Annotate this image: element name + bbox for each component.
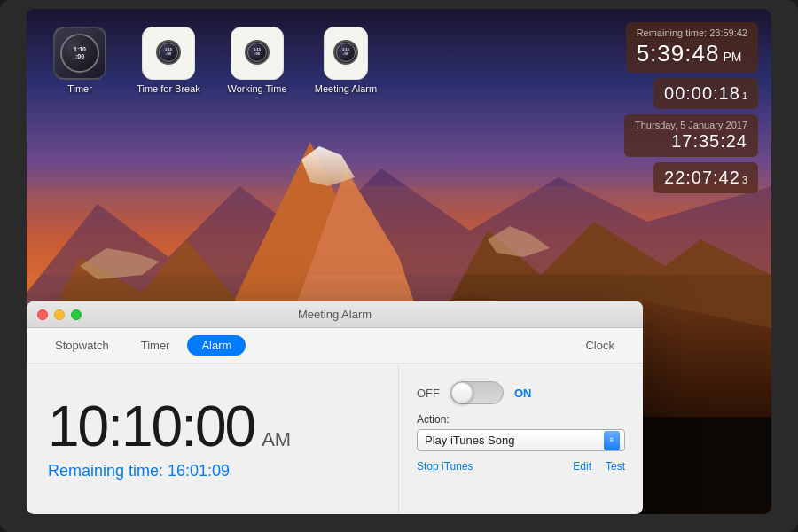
toggle-row: OFF ON <box>417 381 625 404</box>
toggle-on-label: ON <box>514 387 532 400</box>
desktop: 1:10:00 Timer 1:15:00 Time for Break <box>27 9 771 514</box>
test-link[interactable]: Test <box>606 460 625 473</box>
desktop-icon-time-for-break[interactable]: 1:15:00 Time for Break <box>133 27 204 95</box>
time-for-break-icon-label: Time for Break <box>137 83 200 95</box>
meeting-alarm-icon-label: Meeting Alarm <box>315 83 377 95</box>
working-time-icon-label: Working Time <box>227 83 286 95</box>
action-links: Stop iTunes Edit Test <box>417 460 625 473</box>
window-toolbar: Stopwatch Timer Alarm Clock <box>27 328 643 364</box>
maximize-button[interactable] <box>71 309 82 320</box>
action-section: Action: Play iTunes SongPlay SoundShow A… <box>417 413 625 451</box>
widget-main-time: 5:39:48 <box>637 40 720 67</box>
stopwatch-widget-time: 00:00:18 <box>664 83 740 104</box>
desktop-icons: 1:10:00 Timer 1:15:00 Time for Break <box>44 27 381 95</box>
tab-stopwatch[interactable]: Stopwatch <box>41 335 123 356</box>
close-button[interactable] <box>37 309 48 320</box>
meeting-alarm-icon-img: 1:15:00 <box>324 27 368 80</box>
date-clock-time: 17:35:24 <box>671 131 747 151</box>
alarm-time: 10:10:00 <box>48 398 254 455</box>
svg-rect-11 <box>27 186 771 275</box>
timer-icon-label: Timer <box>67 83 92 95</box>
left-panel: 10:10:00 AM Remaining time: 16:01:09 <box>27 364 399 514</box>
minimize-button[interactable] <box>54 309 65 320</box>
action-select[interactable]: Play iTunes SongPlay SoundShow AlertRun … <box>417 429 625 451</box>
toggle-knob <box>451 382 473 403</box>
main-clock-widget: Remaining time: 23:59:42 5:39:48 PM <box>626 22 758 73</box>
tab-clock[interactable]: Clock <box>571 335 629 356</box>
laptop-frame: 1:10:00 Timer 1:15:00 Time for Break <box>0 0 798 532</box>
alarm-remaining: Remaining time: 16:01:09 <box>48 462 377 481</box>
window-controls <box>37 309 82 320</box>
window-content: 10:10:00 AM Remaining time: 16:01:09 OFF… <box>27 364 643 514</box>
desktop-icon-timer[interactable]: 1:10:00 Timer <box>44 27 115 95</box>
desktop-icon-working-time[interactable]: 1:15:00 Working Time <box>222 27 293 95</box>
app-window: Meeting Alarm Stopwatch Timer Alarm Cloc… <box>27 301 643 514</box>
action-select-wrapper: Play iTunes SongPlay SoundShow AlertRun … <box>417 429 625 451</box>
window-title: Meeting Alarm <box>298 308 372 321</box>
tab-group: Stopwatch Timer Alarm <box>41 335 246 356</box>
time-for-break-icon-img: 1:15:00 <box>142 27 195 80</box>
widget-remaining-text: Remaining time: 23:59:42 <box>637 27 747 38</box>
timer-icon-img: 1:10:00 <box>53 27 106 80</box>
stop-itunes-link[interactable]: Stop iTunes <box>417 460 473 473</box>
alarm-time-display: 10:10:00 AM <box>48 398 377 455</box>
stopwatch-widget: 00:00:18 1 <box>653 78 758 109</box>
tab-alarm[interactable]: Alarm <box>187 335 246 356</box>
timer-widget-superscript: 3 <box>742 175 747 185</box>
alarm-ampm: AM <box>262 428 291 451</box>
desktop-icon-meeting-alarm[interactable]: 1:15:00 Meeting Alarm <box>310 27 381 95</box>
edit-link[interactable]: Edit <box>573 460 591 473</box>
doc-clock: 1:15:00 <box>156 40 181 65</box>
date-clock-widget: Thursday, 5 January 2017 17:35:24 <box>624 114 758 157</box>
desktop-widgets: Remaining time: 23:59:42 5:39:48 PM 00:0… <box>624 22 758 193</box>
tab-timer[interactable]: Timer <box>127 335 184 356</box>
toggle-off-label: OFF <box>417 387 440 400</box>
stopwatch-widget-superscript: 1 <box>742 90 747 101</box>
window-titlebar: Meeting Alarm <box>27 301 643 328</box>
action-section-label: Action: <box>417 413 625 426</box>
working-time-icon-img: 1:15:00 <box>231 27 284 80</box>
timer-widget-time: 22:07:42 <box>664 168 740 188</box>
edit-test-links: Edit Test <box>573 460 625 473</box>
alarm-toggle[interactable] <box>450 381 504 404</box>
widget-main-ampm: PM <box>723 50 741 64</box>
timer-widget: 22:07:42 3 <box>653 162 758 193</box>
right-panel: OFF ON Action: Play iTunes SongPlay Soun… <box>399 364 643 514</box>
widget-date-label: Thursday, 5 January 2017 <box>635 120 747 130</box>
